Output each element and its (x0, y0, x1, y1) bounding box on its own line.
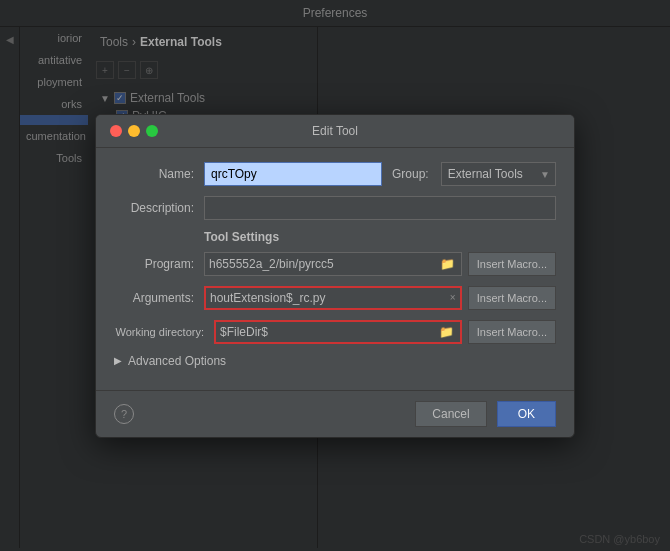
name-label: Name: (114, 167, 204, 181)
program-input-wrap: 📁 (204, 252, 462, 276)
working-dir-input[interactable] (220, 325, 437, 339)
help-button[interactable]: ? (114, 404, 134, 424)
modal-title: Edit Tool (312, 124, 358, 138)
working-dir-label: Working directory: (114, 326, 214, 338)
edit-tool-modal: Edit Tool Name: Group: External Tools ▼ (95, 114, 575, 438)
group-select[interactable]: External Tools (441, 162, 556, 186)
arguments-macro-button[interactable]: Insert Macro... (468, 286, 556, 310)
minimize-button[interactable] (128, 125, 140, 137)
tool-settings-section: Tool Settings (204, 230, 556, 244)
advanced-options-label[interactable]: Advanced Options (128, 354, 226, 368)
maximize-button[interactable] (146, 125, 158, 137)
modal-overlay: Edit Tool Name: Group: External Tools ▼ (0, 0, 670, 551)
program-macro-button[interactable]: Insert Macro... (468, 252, 556, 276)
arguments-tag-icon: × (450, 292, 456, 303)
working-dir-macro-button[interactable]: Insert Macro... (468, 320, 556, 344)
group-label: Group: (392, 167, 435, 181)
program-row: Program: 📁 Insert Macro... (114, 252, 556, 276)
group-select-container: External Tools ▼ (441, 162, 556, 186)
arguments-row: Arguments: × Insert Macro... (114, 286, 556, 310)
working-dir-input-wrap: 📁 (214, 320, 462, 344)
arguments-input[interactable] (210, 291, 450, 305)
program-input[interactable] (209, 257, 438, 271)
program-label: Program: (114, 257, 204, 271)
advanced-options-section: ▶ Advanced Options (114, 354, 556, 368)
description-label: Description: (114, 201, 204, 215)
arguments-label: Arguments: (114, 291, 204, 305)
modal-body: Name: Group: External Tools ▼ Descriptio… (96, 148, 574, 390)
name-input[interactable] (204, 162, 382, 186)
advanced-expand-icon[interactable]: ▶ (114, 355, 122, 366)
close-button[interactable] (110, 125, 122, 137)
group-row: Group: External Tools ▼ (392, 162, 556, 186)
working-dir-folder-button[interactable]: 📁 (437, 325, 456, 339)
name-row: Name: Group: External Tools ▼ (114, 162, 556, 186)
program-folder-button[interactable]: 📁 (438, 257, 457, 271)
arguments-input-wrap: × (204, 286, 462, 310)
modal-footer: ? Cancel OK (96, 390, 574, 437)
description-input[interactable] (204, 196, 556, 220)
description-row: Description: (114, 196, 556, 220)
cancel-button[interactable]: Cancel (415, 401, 486, 427)
working-dir-row: Working directory: 📁 Insert Macro... (114, 320, 556, 344)
modal-title-bar: Edit Tool (96, 115, 574, 148)
traffic-lights (110, 125, 158, 137)
ok-button[interactable]: OK (497, 401, 556, 427)
